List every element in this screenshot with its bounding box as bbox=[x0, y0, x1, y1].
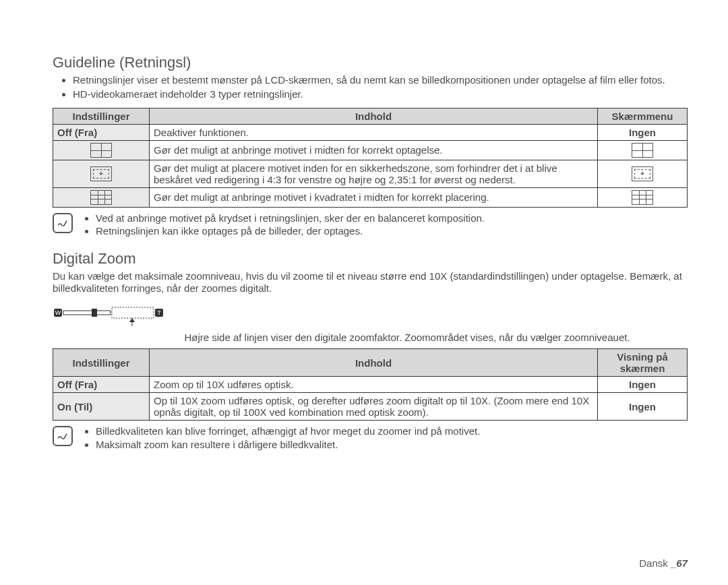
cell-setting-icon bbox=[53, 187, 150, 207]
cell-setting: On (Til) bbox=[53, 393, 150, 421]
th-settings: Indstillinger bbox=[53, 108, 150, 124]
footer-lang: Dansk bbox=[639, 557, 671, 569]
cell-display: Ingen bbox=[598, 377, 688, 393]
manual-page: Guideline (Retningsl) Retningslinjer vis… bbox=[0, 0, 728, 585]
cell-setting-icon bbox=[53, 160, 150, 187]
th-settings: Indstillinger bbox=[53, 349, 150, 377]
note-item: Ved at anbringe motivet på krydset i ret… bbox=[96, 212, 485, 225]
cell-setting: Off (Fra) bbox=[53, 377, 150, 393]
guideline-safezone-icon bbox=[90, 166, 112, 181]
zoom-intro: Du kan vælge det maksimale zoomniveau, h… bbox=[53, 270, 688, 296]
zoom-bar-illustration: W T bbox=[53, 302, 688, 329]
table-header-row: Indstillinger Indhold Skærmmenu bbox=[53, 108, 688, 124]
cell-content: Gør det muligt at anbringe motivet i kva… bbox=[150, 187, 598, 207]
table-row: Off (Fra) Zoom op til 10X udføres optisk… bbox=[53, 377, 688, 393]
intro-item: HD-videokameraet indeholder 3 typer retn… bbox=[73, 88, 688, 101]
guideline-note: Ved at anbringe motivet på krydset i ret… bbox=[53, 212, 688, 238]
guideline-intro-list: Retningslinjer viser et bestemt mønster … bbox=[53, 74, 688, 101]
cell-content: Gør det muligt at placere motivet inden … bbox=[150, 160, 598, 187]
cell-display: Ingen bbox=[598, 124, 688, 140]
guideline-table: Indstillinger Indhold Skærmmenu Off (Fra… bbox=[53, 108, 688, 208]
table-row: On (Til) Op til 10X zoom udføres optisk,… bbox=[53, 393, 688, 421]
intro-item: Retningslinjer viser et bestemt mønster … bbox=[73, 74, 688, 87]
guideline-safezone-icon bbox=[632, 166, 653, 181]
guideline-cross-icon bbox=[632, 143, 653, 158]
table-header-row: Indstillinger Indhold Visning på skærmen bbox=[53, 349, 688, 377]
cell-content: Op til 10X zoom udføres optisk, og deref… bbox=[150, 393, 598, 421]
footer-page: _67 bbox=[671, 557, 688, 569]
th-content: Indhold bbox=[150, 108, 598, 124]
zoom-bar-icon: W T bbox=[53, 302, 167, 329]
section-title-zoom: Digital Zoom bbox=[53, 250, 688, 268]
th-display: Skærmmenu bbox=[598, 108, 688, 124]
svg-text:T: T bbox=[157, 309, 161, 316]
guideline-grid-icon bbox=[632, 190, 653, 205]
zoom-note: Billedkvaliteten kan blive forringet, af… bbox=[53, 425, 688, 451]
note-item: Maksimalt zoom kan resultere i dårligere… bbox=[96, 438, 480, 452]
cell-setting-icon bbox=[53, 140, 150, 160]
table-row: Gør det muligt at anbringe motivet i mid… bbox=[53, 140, 688, 160]
cell-display: Ingen bbox=[598, 393, 688, 421]
svg-rect-3 bbox=[92, 309, 97, 317]
cell-setting: Off (Fra) bbox=[53, 124, 150, 140]
cell-content: Zoom op til 10X udføres optisk. bbox=[150, 377, 598, 393]
note-icon bbox=[53, 426, 73, 446]
svg-marker-8 bbox=[129, 318, 135, 322]
guideline-cross-icon bbox=[90, 143, 112, 158]
cell-content: Deaktiver funktionen. bbox=[150, 124, 598, 140]
table-row: Gør det muligt at anbringe motivet i kva… bbox=[53, 187, 688, 207]
guideline-grid-icon bbox=[90, 190, 112, 205]
cell-display-icon bbox=[598, 160, 688, 187]
cell-display-icon bbox=[598, 140, 688, 160]
section-title-guideline: Guideline (Retningsl) bbox=[53, 54, 688, 71]
note-item: Billedkvaliteten kan blive forringet, af… bbox=[96, 425, 480, 438]
zoom-table: Indstillinger Indhold Visning på skærmen… bbox=[53, 348, 688, 421]
cell-content: Gør det muligt at anbringe motivet i mid… bbox=[150, 140, 598, 160]
note-item: Retningslinjen kan ikke optages på de bi… bbox=[96, 224, 485, 238]
th-content: Indhold bbox=[150, 349, 598, 377]
page-footer: Dansk _67 bbox=[639, 557, 688, 569]
svg-rect-2 bbox=[63, 311, 111, 315]
note-icon bbox=[53, 213, 73, 233]
table-row: Gør det muligt at placere motivet inden … bbox=[53, 160, 688, 187]
cell-display-icon bbox=[598, 187, 688, 207]
zoom-caption: Højre side af linjen viser den digitale … bbox=[127, 332, 688, 343]
table-row: Off (Fra) Deaktiver funktionen. Ingen bbox=[53, 124, 688, 140]
th-display: Visning på skærmen bbox=[598, 349, 688, 377]
svg-rect-4 bbox=[112, 307, 154, 318]
svg-text:W: W bbox=[55, 309, 61, 316]
